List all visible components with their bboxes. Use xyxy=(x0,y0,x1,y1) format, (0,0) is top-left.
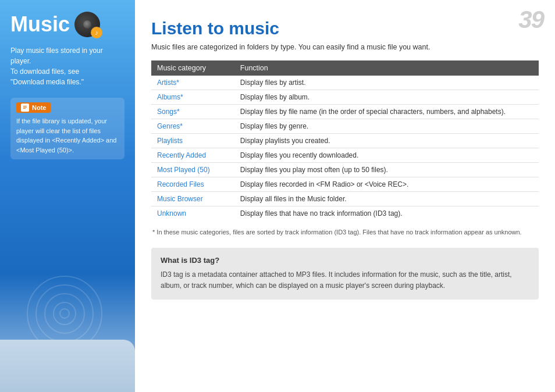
page-subtitle: Music files are categorized in folders b… xyxy=(151,43,539,51)
table-header-row: Music category Function xyxy=(151,60,539,76)
page-title: Listen to music xyxy=(151,19,539,38)
sidebar-bottom-area xyxy=(0,340,135,392)
table-cell-category: Songs* xyxy=(151,105,234,119)
table-cell-category: Most Played (50) xyxy=(151,163,234,177)
table-cell-function: Display all files in the Music folder. xyxy=(234,192,539,206)
sidebar-desc-text: Play music files stored in your player.T… xyxy=(10,47,103,86)
table-row: Artists*Display files by artist. xyxy=(151,76,539,90)
table-cell-function: Display files that have no track informa… xyxy=(234,206,539,221)
sidebar: Music ♪ Play music files stored in your … xyxy=(0,0,135,392)
id3-box-title: What is ID3 tag? xyxy=(161,256,529,265)
table-cell-function: Display files by file name (in the order… xyxy=(234,105,539,119)
main-content: 39 Listen to music Music files are categ… xyxy=(135,0,555,392)
note-box: Note If the file library is updated, you… xyxy=(10,98,124,159)
sidebar-music-label: Music xyxy=(10,12,70,37)
table-cell-category: Albums* xyxy=(151,90,234,105)
table-row: Genres*Display files by genre. xyxy=(151,119,539,134)
table-row: UnknownDisplay files that have no track … xyxy=(151,206,539,221)
table-body: Artists*Display files by artist.Albums*D… xyxy=(151,76,539,220)
table-row: Albums*Display files by album. xyxy=(151,90,539,105)
table-cell-category: Music Browser xyxy=(151,192,234,206)
col-header-category: Music category xyxy=(151,60,234,76)
table-cell-category: Unknown xyxy=(151,206,234,221)
table-row: Recorded FilesDisplay files recorded in … xyxy=(151,177,539,192)
note-icon xyxy=(21,104,29,112)
note-label-text: Note xyxy=(32,104,46,111)
col-header-function: Function xyxy=(234,60,539,76)
table-cell-category: Playlists xyxy=(151,134,234,148)
table-cell-category: Recently Added xyxy=(151,148,234,163)
table-cell-function: Display files by album. xyxy=(234,90,539,105)
table-row: Music BrowserDisplay all files in the Mu… xyxy=(151,192,539,206)
table-row: PlaylistsDisplay playlists you created. xyxy=(151,134,539,148)
page-number: 39 xyxy=(518,6,543,34)
table-row: Songs*Display files by file name (in the… xyxy=(151,105,539,119)
table-row: Recently AddedDisplay files you recently… xyxy=(151,148,539,163)
sidebar-description: Play music files stored in your player.T… xyxy=(10,45,124,87)
music-table: Music category Function Artists*Display … xyxy=(151,60,539,220)
footnote-text: * In these music categories, files are s… xyxy=(151,227,539,237)
note-body-text: If the file library is updated, your pla… xyxy=(16,116,119,155)
id3-box-body: ID3 tag is a metadata container attached… xyxy=(161,269,529,291)
table-cell-function: Display files by artist. xyxy=(234,76,539,90)
table-cell-function: Display files you play most often (up to… xyxy=(234,163,539,177)
table-cell-function: Display files you recently downloaded. xyxy=(234,148,539,163)
table-cell-category: Recorded Files xyxy=(151,177,234,192)
table-cell-category: Genres* xyxy=(151,119,234,134)
deco-circle-5 xyxy=(59,308,70,319)
note-label: Note xyxy=(16,102,51,113)
music-icon: ♪ xyxy=(74,12,100,37)
table-cell-function: Display files by genre. xyxy=(234,119,539,134)
table-cell-category: Artists* xyxy=(151,76,234,90)
table-cell-function: Display playlists you created. xyxy=(234,134,539,148)
sidebar-title-area: Music ♪ xyxy=(10,12,124,37)
table-cell-function: Display files recorded in <FM Radio> or … xyxy=(234,177,539,192)
music-note-badge: ♪ xyxy=(91,27,102,38)
id3-info-box: What is ID3 tag? ID3 tag is a metadata c… xyxy=(151,248,539,300)
table-row: Most Played (50)Display files you play m… xyxy=(151,163,539,177)
